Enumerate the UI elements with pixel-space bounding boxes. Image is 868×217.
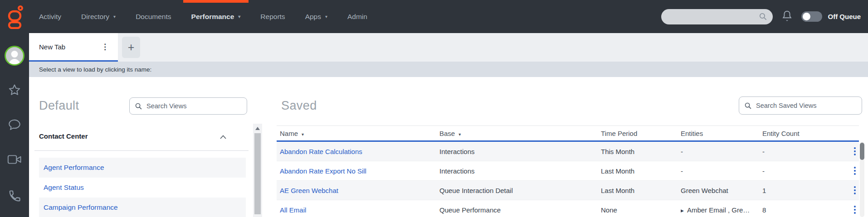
sort-caret-icon: ▾ [302, 132, 304, 137]
saved-view-link[interactable]: Abandon Rate Calculations [277, 148, 439, 155]
nav-item-activity[interactable]: Activity [29, 0, 71, 33]
queue-status-toggle[interactable] [801, 11, 822, 22]
views-content: Default Contact Center Agent Performance… [29, 77, 868, 217]
nav-item-performance[interactable]: Performance▾ [181, 0, 251, 33]
left-icon-sidebar [0, 33, 29, 217]
time-period-cell: None [601, 206, 681, 214]
saved-table-scrollbar[interactable] [860, 142, 864, 217]
nav-item-reports[interactable]: Reports [250, 0, 295, 33]
search-icon [135, 102, 142, 110]
avatar-icon [9, 59, 21, 66]
saved-view-link[interactable]: AE Green Webchat [277, 187, 439, 194]
nav-item-admin[interactable]: Admin [337, 0, 377, 33]
saved-panel-title: Saved [281, 99, 317, 113]
plus-icon: + [128, 41, 135, 54]
global-search-input[interactable] [667, 13, 759, 20]
row-menu-kebab-icon[interactable] [850, 145, 859, 157]
workspace-tab-bar: New Tab ⋮ + [29, 33, 868, 62]
primary-nav: Activity Directory▾ Documents Performanc… [29, 0, 377, 33]
search-saved-views-box[interactable] [739, 96, 862, 115]
scrollbar-thumb[interactable] [254, 133, 261, 214]
nav-item-apps[interactable]: Apps▾ [295, 0, 337, 33]
profile-avatar[interactable] [5, 46, 24, 66]
scrollbar-thumb[interactable] [860, 143, 864, 160]
search-icon [759, 12, 767, 21]
tab-new-tab[interactable]: New Tab ⋮ [29, 33, 118, 62]
sort-caret-icon: ▾ [458, 132, 461, 137]
group-header-contact-center: Contact Center [39, 132, 88, 140]
list-item-agent-status[interactable]: Agent Status [39, 178, 246, 198]
entities-cell: Green Webchat [681, 187, 762, 194]
nav-item-directory[interactable]: Directory▾ [71, 0, 126, 33]
column-header-name[interactable]: Name▾ [277, 130, 439, 137]
genesys-logo[interactable] [0, 0, 29, 33]
nav-item-documents[interactable]: Documents [126, 0, 181, 33]
table-header-row: Name▾ Base▾ Time Period Entities Entity … [277, 125, 859, 142]
search-saved-views-input[interactable] [756, 102, 857, 109]
saved-views-table: Name▾ Base▾ Time Period Entities Entity … [277, 125, 859, 217]
search-views-box[interactable] [129, 97, 247, 115]
base-cell: Interactions [439, 167, 601, 175]
default-views-panel: Default Contact Center Agent Performance… [29, 77, 272, 217]
global-search-box[interactable] [661, 9, 773, 24]
column-header-base[interactable]: Base▾ [439, 130, 601, 137]
list-item-campaign-performance[interactable]: Campaign Performance [39, 198, 246, 217]
entity-count-cell: 1 [762, 187, 850, 194]
chevron-down-icon: ▾ [325, 14, 327, 19]
genesys-logo-icon [5, 5, 24, 29]
time-period-cell: This Month [601, 148, 681, 155]
row-menu-kebab-icon[interactable] [850, 184, 859, 196]
table-row: AE Green Webchat Queue Interaction Detai… [277, 181, 859, 200]
video-button[interactable] [7, 154, 22, 167]
collapse-group-button[interactable] [219, 133, 227, 141]
base-cell: Interactions [439, 148, 601, 155]
entity-count-cell: - [762, 167, 850, 175]
table-body: Abandon Rate Calculations Interactions T… [277, 142, 859, 217]
entities-cell: - [681, 148, 762, 155]
column-header-time-period[interactable]: Time Period [601, 130, 681, 137]
tab-label: New Tab [39, 43, 65, 51]
default-panel-title: Default [39, 99, 79, 113]
base-cell: Queue Interaction Detail [439, 187, 601, 194]
add-tab-button[interactable]: + [122, 37, 140, 58]
toggle-knob [803, 13, 810, 20]
star-icon [8, 83, 21, 97]
table-row: Abandon Rate Calculations Interactions T… [277, 142, 859, 161]
list-item-agent-performance[interactable]: Agent Performance [39, 158, 246, 178]
bell-icon [781, 10, 793, 24]
phone-icon [8, 189, 21, 203]
search-views-input[interactable] [146, 102, 242, 110]
entities-cell: ▶Amber Email , Gre… [681, 206, 762, 214]
group-divider [34, 150, 249, 151]
table-row: All Email Queue Performance None ▶Amber … [277, 200, 859, 217]
app-window: Activity Directory▾ Documents Performanc… [0, 0, 868, 217]
notifications-button[interactable] [781, 10, 793, 24]
saved-view-link[interactable]: Abandon Rate Export No Sill [277, 167, 439, 175]
instruction-banner: Select a view to load by clicking its na… [29, 62, 868, 77]
scroll-up-arrow-icon[interactable] [255, 127, 260, 130]
chevron-down-icon: ▾ [238, 14, 240, 19]
tab-menu-kebab-icon[interactable]: ⋮ [101, 42, 109, 52]
row-menu-kebab-icon[interactable] [850, 204, 859, 216]
entity-count-cell: - [762, 148, 850, 155]
time-period-cell: Last Month [601, 167, 681, 175]
favorites-button[interactable] [8, 83, 21, 99]
avatar-icon [11, 51, 18, 58]
phone-button[interactable] [8, 189, 21, 205]
search-icon [744, 102, 752, 110]
chevron-down-icon: ▾ [113, 14, 116, 19]
chevron-up-icon [219, 135, 227, 140]
column-header-entity-count[interactable]: Entity Count [762, 130, 850, 137]
chat-button[interactable] [8, 119, 21, 133]
column-header-entities[interactable]: Entities [681, 130, 762, 137]
saved-view-link[interactable]: All Email [277, 206, 439, 214]
row-menu-kebab-icon[interactable] [850, 165, 859, 177]
default-views-list: Agent Performance Agent Status Campaign … [39, 158, 246, 217]
saved-views-panel: Saved Name▾ Base▾ Time Period Entities E… [272, 77, 868, 217]
table-row: Abandon Rate Export No Sill Interactions… [277, 161, 859, 181]
time-period-cell: Last Month [601, 187, 681, 194]
default-list-scrollbar[interactable] [253, 124, 262, 217]
topbar-right-controls: Off Queue [661, 0, 868, 33]
expand-entities-icon[interactable]: ▶ [681, 208, 684, 213]
entity-count-cell: 8 [762, 206, 850, 214]
